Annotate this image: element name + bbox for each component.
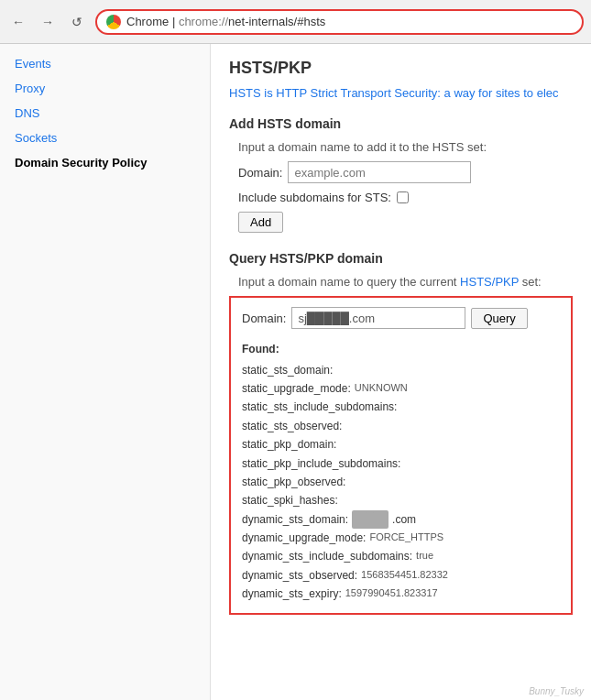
address-scheme: chrome://	[179, 15, 228, 28]
result-line-5: static_pkp_include_subdomains:	[242, 454, 560, 473]
add-domain-row: Domain:	[229, 161, 573, 183]
result-line-0: static_sts_domain:	[242, 361, 560, 379]
sidebar-item-domain-security-policy[interactable]: Domain Security Policy	[0, 150, 210, 175]
add-domain-input[interactable]	[288, 161, 471, 183]
query-hsts-section: Query HSTS/PKP domain Input a domain nam…	[229, 251, 573, 614]
query-results: Found: static_sts_domain: static_upgrade…	[242, 340, 560, 603]
result-line-4: static_pkp_domain:	[242, 435, 560, 454]
query-label-link[interactable]: HSTS/PKP	[460, 275, 519, 289]
query-button[interactable]: Query	[471, 308, 527, 329]
reload-button[interactable]: ↺	[66, 11, 88, 33]
sidebar-item-proxy[interactable]: Proxy	[0, 76, 210, 101]
chrome-label: Chrome	[126, 15, 169, 28]
subdomain-checkbox[interactable]	[397, 191, 409, 203]
result-line-12: dynamic_sts_expiry: 1597990451.823317	[242, 585, 560, 603]
add-section-title: Add HSTS domain	[229, 116, 573, 131]
query-section-title: Query HSTS/PKP domain	[229, 251, 573, 266]
query-domain-row: Domain: Query	[242, 307, 560, 329]
sidebar-item-sockets[interactable]: Sockets	[0, 126, 210, 150]
add-domain-label: Domain:	[238, 166, 282, 180]
query-label-prefix: Input a domain name to query the current	[238, 275, 460, 289]
subdomain-row: Include subdomains for STS:	[229, 191, 573, 204]
query-box: Domain: Query Found: static_sts_domain: …	[229, 296, 573, 614]
result-line-2: static_sts_include_subdomains:	[242, 398, 560, 416]
forward-button[interactable]: →	[37, 11, 59, 33]
intro-text: HSTS is HTTP Strict Transport Security: …	[229, 85, 573, 102]
back-button[interactable]: ←	[7, 11, 29, 33]
content-area: HSTS/PKP HSTS is HTTP Strict Transport S…	[211, 44, 591, 700]
add-input-label: Input a domain name to add it to the HST…	[229, 140, 573, 154]
query-input-label: Input a domain name to query the current…	[229, 275, 573, 289]
result-line-7: static_spki_hashes:	[242, 491, 560, 509]
result-line-8: dynamic_sts_domain: ████.com	[242, 510, 560, 529]
result-line-3: static_sts_observed:	[242, 417, 560, 435]
address-text: Chrome | chrome://net-internals/#hsts	[126, 15, 325, 28]
result-line-6: static_pkp_observed:	[242, 473, 560, 491]
sidebar: Events Proxy DNS Sockets Domain Security…	[0, 44, 211, 700]
add-button[interactable]: Add	[238, 212, 283, 233]
address-bar[interactable]: Chrome | chrome://net-internals/#hsts	[95, 9, 584, 35]
result-line-10: dynamic_sts_include_subdomains: true	[242, 547, 560, 565]
watermark: Bunny_Tusky	[529, 686, 584, 696]
subdomain-label: Include subdomains for STS:	[238, 191, 391, 204]
result-line-11: dynamic_sts_observed: 1568354451.82332	[242, 566, 560, 585]
browser-toolbar: ← → ↺ Chrome | chrome://net-internals/#h…	[0, 0, 591, 44]
result-line-1: static_upgrade_mode: UNKNOWN	[242, 379, 560, 398]
sidebar-item-dns[interactable]: DNS	[0, 101, 210, 126]
page-title: HSTS/PKP	[229, 59, 573, 78]
found-label: Found:	[242, 340, 560, 358]
query-label-suffix: set:	[519, 275, 542, 289]
sidebar-item-events[interactable]: Events	[0, 51, 210, 76]
query-domain-input[interactable]	[291, 307, 465, 329]
chrome-icon	[106, 15, 121, 29]
result-line-9: dynamic_upgrade_mode: FORCE_HTTPS	[242, 529, 560, 547]
address-path: net-internals/#hsts	[228, 15, 325, 28]
query-domain-label: Domain:	[242, 312, 286, 325]
add-hsts-section: Add HSTS domain Input a domain name to a…	[229, 116, 573, 233]
main-layout: Events Proxy DNS Sockets Domain Security…	[0, 44, 591, 700]
separator: |	[172, 15, 179, 28]
